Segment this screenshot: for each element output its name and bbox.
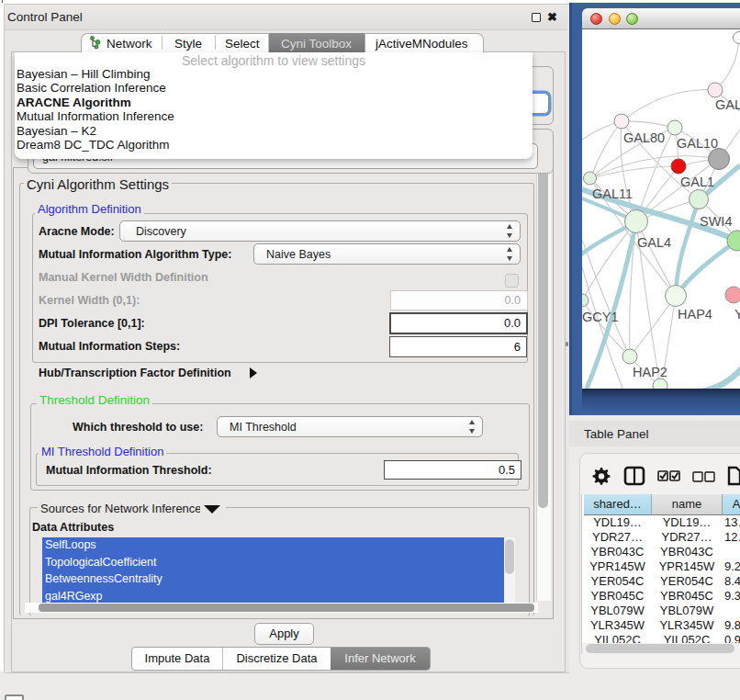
svg-text:GAL7: GAL7 xyxy=(715,97,740,112)
svg-text:GAL11: GAL11 xyxy=(592,186,633,201)
svg-text:HAP4: HAP4 xyxy=(678,307,712,322)
svg-text:GCY1: GCY1 xyxy=(582,310,619,324)
svg-text:GAL10: GAL10 xyxy=(677,136,718,151)
svg-text:YJL157C: YJL157C xyxy=(734,307,740,322)
svg-text:SWI4: SWI4 xyxy=(700,214,732,229)
svg-text:GAL4: GAL4 xyxy=(637,235,671,250)
svg-text:GAL80: GAL80 xyxy=(623,130,665,145)
svg-text:GAL1: GAL1 xyxy=(680,175,714,189)
svg-text:HAP2: HAP2 xyxy=(633,365,667,379)
